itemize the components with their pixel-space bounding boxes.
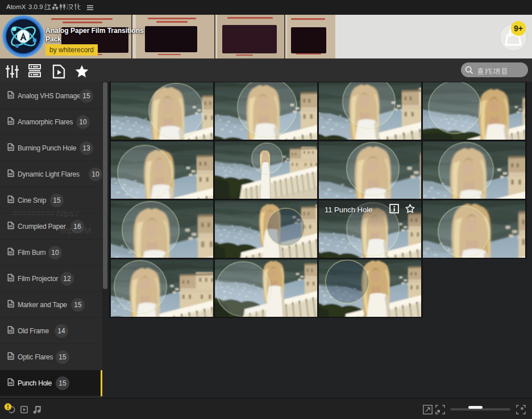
- svg-text:PR: PR: [9, 329, 13, 333]
- svg-text:PR: PR: [9, 173, 13, 176]
- svg-text:PR: PR: [9, 355, 13, 359]
- svg-text:9+: 9+: [514, 24, 523, 33]
- svg-text:PR: PR: [9, 146, 13, 150]
- svg-text:PR: PR: [9, 94, 13, 98]
- svg-text:PR: PR: [9, 277, 13, 280]
- svg-text:PR: PR: [9, 199, 13, 202]
- svg-text:PR: PR: [9, 251, 13, 254]
- svg-text:PR: PR: [9, 303, 13, 307]
- svg-text:PR: PR: [9, 382, 13, 385]
- svg-text:PR: PR: [9, 120, 13, 124]
- svg-text:PR: PR: [9, 225, 13, 228]
